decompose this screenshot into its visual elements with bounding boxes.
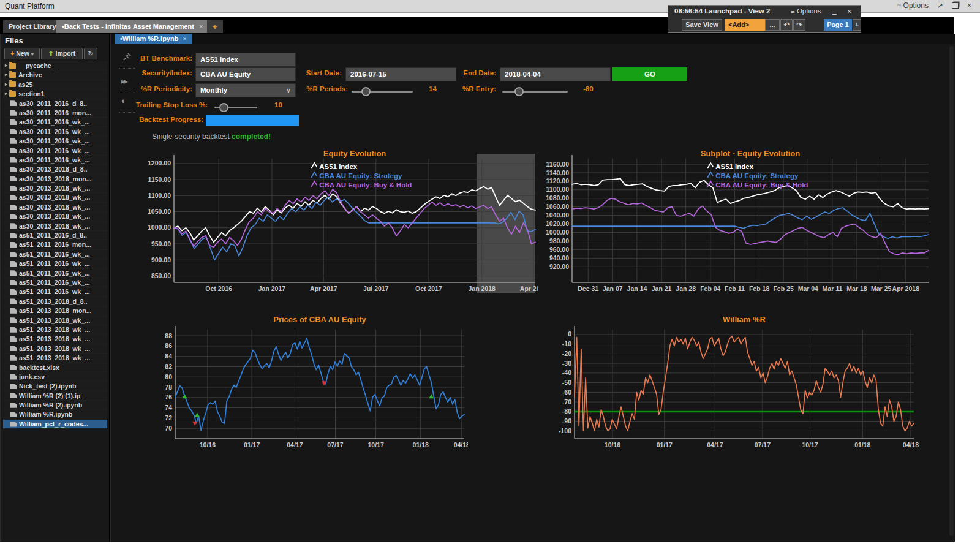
new-tab-button[interactable]: +	[207, 20, 223, 33]
end-date-input[interactable]: 2018-04-04	[500, 67, 611, 81]
close-icon[interactable]: ×	[847, 7, 851, 16]
file-tree-item[interactable]: William %R (2).ipynb	[3, 401, 107, 410]
expand-arrow-icon[interactable]: ▸	[3, 80, 9, 89]
close-tab-icon[interactable]: ×	[199, 23, 203, 30]
file-tree-item[interactable]: as51_2013_2018_wk_...	[3, 316, 107, 325]
file-tree-folder[interactable]: ▸Archive	[3, 70, 107, 80]
notebook-tab[interactable]: •William %R.ipynb×	[115, 34, 192, 44]
svg-text:84: 84	[165, 352, 172, 360]
entry-slider[interactable]	[502, 91, 568, 93]
page-button[interactable]: Page 1	[824, 19, 852, 31]
bt-benchmark-input[interactable]: AS51 Index	[195, 53, 296, 67]
new-file-button[interactable]: + New ▾	[4, 48, 40, 59]
expand-window-icon[interactable]: ↗	[937, 1, 943, 10]
view-name-field[interactable]: <Add>	[725, 19, 767, 31]
launchpad-title: 08:56:54 Launchpad - View 2	[674, 7, 770, 15]
file-name: backtest.xlsx	[19, 363, 59, 372]
import-button[interactable]: ⬆ Import	[41, 48, 83, 59]
file-tree-item[interactable]: as30_2011_2016_d_8..	[3, 99, 107, 108]
svg-text:Subplot - Equity Evolution: Subplot - Equity Evolution	[701, 149, 801, 158]
file-tree-item[interactable]: as30_2011_2016_wk_...	[3, 118, 107, 127]
file-tree-item[interactable]: as30_2013_2018_d_8..	[3, 165, 107, 174]
svg-text:1050.00: 1050.00	[148, 208, 171, 215]
trailing-stop-loss-slider-thumb[interactable]	[219, 103, 228, 112]
svg-text:CBA AU Equity: Buy & Hold: CBA AU Equity: Buy & Hold	[715, 181, 808, 189]
restore-window-icon[interactable]	[952, 2, 959, 9]
file-tree-item[interactable]: as30_2011_2016_wk_...	[3, 137, 107, 146]
file-tree-item[interactable]: as51_2011_2016_wk_...	[3, 269, 107, 278]
periods-slider[interactable]	[352, 91, 413, 93]
svg-text:10/16: 10/16	[200, 441, 216, 448]
file-tree-item[interactable]: as51_2013_2018_wk_...	[3, 325, 107, 335]
file-tree-item[interactable]: backtest.xlsx	[3, 363, 107, 372]
file-tree-folder[interactable]: ▸section1	[3, 89, 107, 99]
fast-forward-icon[interactable]: ▶▶	[121, 78, 126, 85]
redo-icon[interactable]: ↷	[793, 19, 805, 31]
file-tree-item[interactable]: William %R.ipynb	[3, 410, 107, 419]
file-tree-item[interactable]: as30_2013_2018_wk_...	[3, 184, 107, 193]
file-tree-item[interactable]: as51_2011_2016_wk_...	[3, 287, 107, 297]
svg-text:76: 76	[165, 393, 172, 401]
equity-evolution-chart: 1200.001150.001100.001050.001000.00950.0…	[140, 149, 538, 296]
file-tree-item[interactable]: as30_2013_2018_wk_...	[3, 222, 107, 231]
vertical-scrollbar[interactable]	[949, 46, 954, 536]
expand-arrow-icon[interactable]: ▸	[3, 61, 9, 70]
file-icon	[10, 298, 17, 304]
svg-text:Apr 2018: Apr 2018	[520, 285, 538, 292]
file-tree-item[interactable]: as30_2013_2018_wk_...	[3, 203, 107, 212]
refresh-button[interactable]: ↻	[84, 48, 97, 59]
notebook-tab-row: •William %R.ipynb×	[111, 34, 955, 44]
file-tree-item[interactable]: Nick_test (2).ipynb	[3, 382, 107, 391]
expand-arrow-icon[interactable]: ▸	[3, 89, 9, 98]
periods-slider-thumb[interactable]	[361, 87, 371, 96]
file-tree-item[interactable]: as51_2011_2016_mon...	[3, 240, 107, 249]
file-tree-item[interactable]: as51_2013_2018_wk_...	[3, 335, 107, 344]
file-tree-item[interactable]: William_pct_r_codes...	[3, 420, 107, 429]
file-icon	[10, 355, 17, 361]
minimize-icon[interactable]: _	[832, 6, 837, 15]
expand-arrow-icon[interactable]: ▸	[3, 70, 9, 79]
more-options-button[interactable]: ...	[765, 19, 780, 31]
file-tree-item[interactable]: as30_2013_2018_wk_...	[3, 193, 107, 202]
entry-slider-thumb[interactable]	[514, 87, 524, 96]
file-tree-item[interactable]: as30_2013_2018_mon...	[3, 175, 107, 184]
svg-text:AS51 Index: AS51 Index	[715, 163, 754, 170]
file-tree-item[interactable]: as51_2011_2016_d_8..	[3, 231, 107, 240]
file-tree-item[interactable]: as51_2013_2018_mon...	[3, 306, 107, 316]
add-page-button[interactable]: +	[853, 19, 861, 31]
save-view-button[interactable]: Save View	[682, 19, 722, 31]
close-window-icon[interactable]: ×	[967, 1, 971, 10]
backtest-progress-bar	[206, 115, 299, 126]
file-tree-item[interactable]: as30_2011_2016_wk_...	[3, 146, 107, 156]
file-icon	[10, 148, 17, 153]
file-tree-item[interactable]: junk.csv	[3, 372, 107, 382]
go-button[interactable]: GO	[612, 67, 687, 81]
file-tree-item[interactable]: William %R (2) (1).ip_	[3, 391, 107, 401]
file-icon	[10, 176, 17, 181]
svg-text:04/17: 04/17	[707, 441, 723, 448]
file-tree-item[interactable]: as51_2011_2016_wk_...	[3, 278, 107, 287]
periodicity-label: %R Periodicity:	[124, 85, 192, 93]
file-tree-folder[interactable]: ▸__pycache__	[3, 61, 107, 70]
file-tree-item[interactable]: as30_2013_2018_wk_...	[3, 212, 107, 221]
close-tab-icon[interactable]: ×	[183, 35, 186, 42]
file-tree-item[interactable]: as30_2011_2016_wk_...	[3, 156, 107, 165]
file-tree-item[interactable]: as51_2013_2018_wk_...	[3, 354, 107, 363]
file-tree-item[interactable]: as51_2013_2018_d_8..	[3, 297, 107, 306]
periodicity-select[interactable]: Monthly∨	[195, 83, 296, 97]
options-menu[interactable]: ≡ Options	[897, 1, 929, 10]
svg-text:Mar 25: Mar 25	[871, 285, 891, 292]
tab-back-tests[interactable]: •Back Tests - Infinitas Asset Management…	[56, 20, 208, 33]
svg-text:Equity Evolution: Equity Evolution	[323, 149, 386, 158]
file-tree-item[interactable]: as51_2011_2016_wk_...	[3, 250, 107, 259]
file-tree-folder[interactable]: ▸as25	[3, 80, 107, 89]
file-tree-item[interactable]: as51_2013_2018_wk_...	[3, 344, 107, 354]
launchpad-options-menu[interactable]: ≡ Options	[791, 7, 821, 15]
file-tree-item[interactable]: as30_2011_2016_mon...	[3, 108, 107, 118]
file-tree-item[interactable]: as51_2011_2016_wk_...	[3, 259, 107, 268]
file-tree-item[interactable]: as30_2011_2016_wk_...	[3, 127, 107, 137]
tab-project-library[interactable]: Project Library	[3, 20, 62, 33]
file-icon	[10, 100, 17, 106]
folder-icon	[9, 81, 16, 87]
undo-icon[interactable]: ↶	[780, 19, 793, 31]
